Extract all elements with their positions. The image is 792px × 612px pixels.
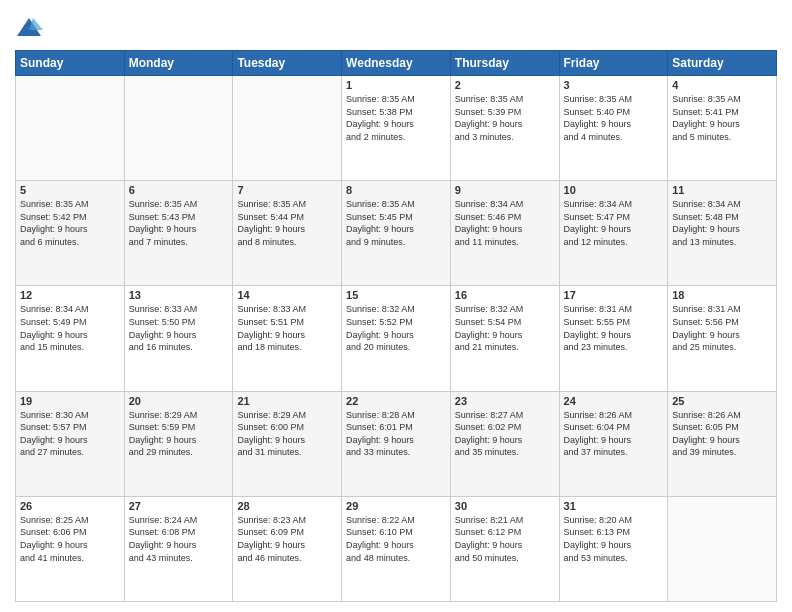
weekday-header-saturday: Saturday (668, 51, 777, 76)
day-number: 20 (129, 395, 229, 407)
day-number: 22 (346, 395, 446, 407)
day-number: 28 (237, 500, 337, 512)
calendar-cell-2-4: 16Sunrise: 8:32 AM Sunset: 5:54 PM Dayli… (450, 286, 559, 391)
calendar-cell-4-3: 29Sunrise: 8:22 AM Sunset: 6:10 PM Dayli… (342, 496, 451, 601)
day-number: 14 (237, 289, 337, 301)
calendar-cell-1-6: 11Sunrise: 8:34 AM Sunset: 5:48 PM Dayli… (668, 181, 777, 286)
logo-icon (15, 14, 43, 42)
day-info: Sunrise: 8:31 AM Sunset: 5:55 PM Dayligh… (564, 303, 664, 353)
calendar-table: SundayMondayTuesdayWednesdayThursdayFrid… (15, 50, 777, 602)
day-info: Sunrise: 8:35 AM Sunset: 5:40 PM Dayligh… (564, 93, 664, 143)
day-number: 30 (455, 500, 555, 512)
day-info: Sunrise: 8:33 AM Sunset: 5:51 PM Dayligh… (237, 303, 337, 353)
calendar-cell-0-2 (233, 76, 342, 181)
calendar-cell-2-1: 13Sunrise: 8:33 AM Sunset: 5:50 PM Dayli… (124, 286, 233, 391)
calendar-cell-4-1: 27Sunrise: 8:24 AM Sunset: 6:08 PM Dayli… (124, 496, 233, 601)
calendar-cell-3-5: 24Sunrise: 8:26 AM Sunset: 6:04 PM Dayli… (559, 391, 668, 496)
weekday-header-monday: Monday (124, 51, 233, 76)
day-info: Sunrise: 8:20 AM Sunset: 6:13 PM Dayligh… (564, 514, 664, 564)
weekday-header-row: SundayMondayTuesdayWednesdayThursdayFrid… (16, 51, 777, 76)
weekday-header-wednesday: Wednesday (342, 51, 451, 76)
day-number: 5 (20, 184, 120, 196)
day-number: 11 (672, 184, 772, 196)
day-info: Sunrise: 8:22 AM Sunset: 6:10 PM Dayligh… (346, 514, 446, 564)
day-number: 29 (346, 500, 446, 512)
calendar-cell-4-6 (668, 496, 777, 601)
day-number: 1 (346, 79, 446, 91)
calendar-row-2: 12Sunrise: 8:34 AM Sunset: 5:49 PM Dayli… (16, 286, 777, 391)
weekday-header-friday: Friday (559, 51, 668, 76)
logo (15, 14, 47, 42)
day-info: Sunrise: 8:26 AM Sunset: 6:05 PM Dayligh… (672, 409, 772, 459)
weekday-header-sunday: Sunday (16, 51, 125, 76)
day-info: Sunrise: 8:34 AM Sunset: 5:48 PM Dayligh… (672, 198, 772, 248)
day-info: Sunrise: 8:29 AM Sunset: 6:00 PM Dayligh… (237, 409, 337, 459)
day-number: 16 (455, 289, 555, 301)
day-info: Sunrise: 8:21 AM Sunset: 6:12 PM Dayligh… (455, 514, 555, 564)
weekday-header-thursday: Thursday (450, 51, 559, 76)
day-number: 19 (20, 395, 120, 407)
day-info: Sunrise: 8:35 AM Sunset: 5:39 PM Dayligh… (455, 93, 555, 143)
calendar-row-4: 26Sunrise: 8:25 AM Sunset: 6:06 PM Dayli… (16, 496, 777, 601)
day-info: Sunrise: 8:34 AM Sunset: 5:47 PM Dayligh… (564, 198, 664, 248)
calendar-cell-0-4: 2Sunrise: 8:35 AM Sunset: 5:39 PM Daylig… (450, 76, 559, 181)
day-info: Sunrise: 8:25 AM Sunset: 6:06 PM Dayligh… (20, 514, 120, 564)
calendar-cell-3-6: 25Sunrise: 8:26 AM Sunset: 6:05 PM Dayli… (668, 391, 777, 496)
calendar-cell-3-2: 21Sunrise: 8:29 AM Sunset: 6:00 PM Dayli… (233, 391, 342, 496)
calendar-cell-3-0: 19Sunrise: 8:30 AM Sunset: 5:57 PM Dayli… (16, 391, 125, 496)
calendar-cell-4-4: 30Sunrise: 8:21 AM Sunset: 6:12 PM Dayli… (450, 496, 559, 601)
day-number: 3 (564, 79, 664, 91)
weekday-header-tuesday: Tuesday (233, 51, 342, 76)
day-number: 18 (672, 289, 772, 301)
day-info: Sunrise: 8:27 AM Sunset: 6:02 PM Dayligh… (455, 409, 555, 459)
day-info: Sunrise: 8:35 AM Sunset: 5:44 PM Dayligh… (237, 198, 337, 248)
day-number: 17 (564, 289, 664, 301)
day-info: Sunrise: 8:34 AM Sunset: 5:46 PM Dayligh… (455, 198, 555, 248)
day-number: 12 (20, 289, 120, 301)
calendar-cell-0-0 (16, 76, 125, 181)
calendar-cell-2-2: 14Sunrise: 8:33 AM Sunset: 5:51 PM Dayli… (233, 286, 342, 391)
calendar-cell-1-4: 9Sunrise: 8:34 AM Sunset: 5:46 PM Daylig… (450, 181, 559, 286)
calendar-cell-1-0: 5Sunrise: 8:35 AM Sunset: 5:42 PM Daylig… (16, 181, 125, 286)
calendar-cell-1-5: 10Sunrise: 8:34 AM Sunset: 5:47 PM Dayli… (559, 181, 668, 286)
day-number: 21 (237, 395, 337, 407)
day-number: 13 (129, 289, 229, 301)
day-info: Sunrise: 8:28 AM Sunset: 6:01 PM Dayligh… (346, 409, 446, 459)
day-number: 31 (564, 500, 664, 512)
day-number: 7 (237, 184, 337, 196)
svg-marker-1 (29, 18, 43, 30)
day-number: 8 (346, 184, 446, 196)
calendar-cell-0-5: 3Sunrise: 8:35 AM Sunset: 5:40 PM Daylig… (559, 76, 668, 181)
calendar-cell-0-3: 1Sunrise: 8:35 AM Sunset: 5:38 PM Daylig… (342, 76, 451, 181)
day-info: Sunrise: 8:35 AM Sunset: 5:41 PM Dayligh… (672, 93, 772, 143)
day-info: Sunrise: 8:29 AM Sunset: 5:59 PM Dayligh… (129, 409, 229, 459)
calendar-cell-3-4: 23Sunrise: 8:27 AM Sunset: 6:02 PM Dayli… (450, 391, 559, 496)
day-info: Sunrise: 8:33 AM Sunset: 5:50 PM Dayligh… (129, 303, 229, 353)
day-number: 15 (346, 289, 446, 301)
day-number: 25 (672, 395, 772, 407)
calendar-cell-4-0: 26Sunrise: 8:25 AM Sunset: 6:06 PM Dayli… (16, 496, 125, 601)
calendar-row-3: 19Sunrise: 8:30 AM Sunset: 5:57 PM Dayli… (16, 391, 777, 496)
calendar-cell-3-1: 20Sunrise: 8:29 AM Sunset: 5:59 PM Dayli… (124, 391, 233, 496)
day-number: 27 (129, 500, 229, 512)
day-number: 10 (564, 184, 664, 196)
day-number: 26 (20, 500, 120, 512)
calendar-cell-2-3: 15Sunrise: 8:32 AM Sunset: 5:52 PM Dayli… (342, 286, 451, 391)
day-info: Sunrise: 8:34 AM Sunset: 5:49 PM Dayligh… (20, 303, 120, 353)
day-number: 9 (455, 184, 555, 196)
calendar-cell-0-1 (124, 76, 233, 181)
calendar-cell-1-1: 6Sunrise: 8:35 AM Sunset: 5:43 PM Daylig… (124, 181, 233, 286)
day-info: Sunrise: 8:24 AM Sunset: 6:08 PM Dayligh… (129, 514, 229, 564)
day-number: 4 (672, 79, 772, 91)
calendar-cell-3-3: 22Sunrise: 8:28 AM Sunset: 6:01 PM Dayli… (342, 391, 451, 496)
calendar-cell-2-5: 17Sunrise: 8:31 AM Sunset: 5:55 PM Dayli… (559, 286, 668, 391)
day-info: Sunrise: 8:26 AM Sunset: 6:04 PM Dayligh… (564, 409, 664, 459)
header (15, 10, 777, 42)
day-info: Sunrise: 8:35 AM Sunset: 5:42 PM Dayligh… (20, 198, 120, 248)
day-number: 6 (129, 184, 229, 196)
day-info: Sunrise: 8:23 AM Sunset: 6:09 PM Dayligh… (237, 514, 337, 564)
calendar-cell-1-3: 8Sunrise: 8:35 AM Sunset: 5:45 PM Daylig… (342, 181, 451, 286)
page: SundayMondayTuesdayWednesdayThursdayFrid… (0, 0, 792, 612)
calendar-cell-4-5: 31Sunrise: 8:20 AM Sunset: 6:13 PM Dayli… (559, 496, 668, 601)
day-info: Sunrise: 8:35 AM Sunset: 5:45 PM Dayligh… (346, 198, 446, 248)
